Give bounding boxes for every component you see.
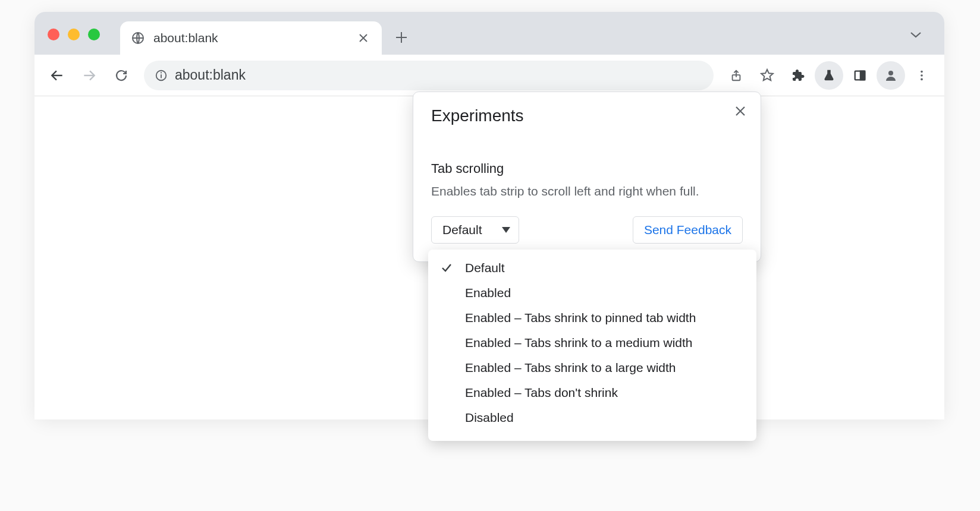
caret-down-icon [502,227,510,233]
address-bar[interactable]: about:blank [144,61,714,90]
dropdown-option-label: Enabled [465,286,511,300]
fullscreen-window-button[interactable] [88,29,100,40]
experiments-button[interactable] [815,61,843,90]
bookmark-button[interactable] [753,61,781,90]
close-tab-button[interactable] [356,30,371,46]
window-controls [48,29,100,40]
popup-title: Experiments [431,106,743,125]
back-button[interactable] [43,61,71,90]
menu-button[interactable] [907,61,936,90]
dropdown-option[interactable]: Default [428,256,756,280]
svg-point-10 [921,78,923,80]
dropdown-option[interactable]: Enabled – Tabs don't shrink [428,380,756,405]
dropdown-option[interactable]: Enabled – Tabs shrink to pinned tab widt… [428,305,756,330]
dropdown-option-label: Enabled – Tabs shrink to pinned tab widt… [465,311,696,325]
toolbar: about:blank [34,55,944,96]
tab-title: about:blank [153,31,347,45]
dropdown-option-label: Enabled – Tabs don't shrink [465,386,618,400]
experiment-select[interactable]: Default [431,216,519,244]
svg-rect-6 [860,71,865,80]
dropdown-option-label: Enabled – Tabs shrink to a large width [465,361,676,375]
dropdown-list: Default Enabled Enabled – Tabs shrink to… [428,250,756,441]
dropdown-option[interactable]: Disabled [428,405,756,430]
tab-menu-button[interactable] [903,25,929,44]
dropdown-option[interactable]: Enabled – Tabs shrink to a medium width [428,330,756,355]
experiment-description: Enables tab strip to scroll left and rig… [431,182,743,200]
side-panel-button[interactable] [846,61,874,90]
info-icon[interactable] [155,69,168,82]
dropdown-option-label: Disabled [465,411,514,425]
svg-point-3 [161,72,162,73]
experiment-name: Tab scrolling [431,161,743,176]
dropdown-option-label: Default [465,261,505,275]
tab-strip: about:blank [34,12,944,55]
close-popup-button[interactable] [731,102,750,121]
svg-point-9 [921,74,923,77]
address-text: about:blank [175,67,703,83]
globe-icon [131,31,145,45]
experiments-popup: Experiments Tab scrolling Enables tab st… [413,92,761,262]
dropdown-option-label: Enabled – Tabs shrink to a medium width [465,336,693,350]
minimize-window-button[interactable] [68,29,80,40]
profile-button[interactable] [877,61,905,90]
reload-button[interactable] [107,61,136,90]
send-feedback-button[interactable]: Send Feedback [633,216,743,244]
new-tab-button[interactable] [388,24,415,51]
extensions-button[interactable] [784,61,812,90]
forward-button[interactable] [75,61,103,90]
browser-tab[interactable]: about:blank [120,21,382,55]
svg-point-8 [921,70,923,72]
toolbar-actions [722,61,936,90]
share-button[interactable] [722,61,750,90]
close-window-button[interactable] [48,29,59,40]
svg-point-7 [888,71,893,75]
dropdown-option[interactable]: Enabled – Tabs shrink to a large width [428,355,756,380]
select-value: Default [442,223,482,237]
dropdown-option[interactable]: Enabled [428,280,756,305]
check-icon [438,262,456,274]
